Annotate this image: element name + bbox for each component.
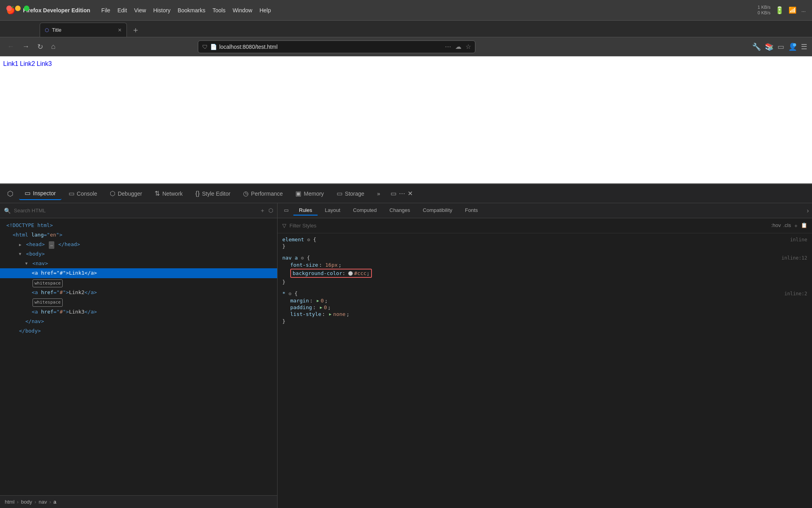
browser-tab-active[interactable]: ⬡ Title ✕ [40, 23, 127, 37]
css-prop-padding: padding : ▶ 0 ; [282, 304, 807, 311]
styles-tab-computed[interactable]: Computed [347, 206, 382, 216]
page-link-1[interactable]: Link1 [3, 60, 18, 67]
link1-line[interactable]: <a href="#">Link1</a> [0, 268, 277, 278]
css-selector-star-line: * ⚙ { inline:2 [282, 291, 807, 296]
devtools-panel: ⬡ ▭ Inspector ▭ Console ⬡ Debugger ⇅ Net… [0, 183, 812, 508]
css-close-brace-2: } [282, 279, 807, 285]
add-node-icon[interactable]: ＋ [260, 207, 265, 214]
bookmark-icon[interactable]: ☆ [465, 43, 471, 50]
breadcrumb-html[interactable]: html [5, 499, 15, 505]
devtools-tab-style-editor[interactable]: {} Style Editor [190, 188, 236, 200]
menu-history[interactable]: History [153, 7, 170, 13]
add-rule-button[interactable]: ＋ [793, 222, 799, 229]
menu-file[interactable]: File [102, 7, 111, 13]
back-button[interactable]: ← [5, 41, 17, 52]
menu-tools[interactable]: Tools [213, 7, 226, 13]
window-maximize-button[interactable] [24, 6, 29, 11]
menu-view[interactable]: View [134, 7, 146, 13]
menu-bookmarks[interactable]: Bookmarks [178, 7, 205, 13]
cls-button[interactable]: .cls [783, 222, 791, 229]
link2-line[interactable]: <a href="#">Link2</a> [0, 288, 277, 297]
hamburger-icon[interactable]: ☰ [801, 42, 807, 51]
page-link-2[interactable]: Link2 [20, 60, 35, 67]
whitespace-badge-1[interactable]: whitespace [0, 278, 277, 288]
page-icon: 📄 [210, 44, 217, 50]
performance-tab-label: Performance [251, 190, 283, 197]
filter-styles-input[interactable] [289, 223, 768, 229]
devtools-tab-more[interactable]: » [372, 188, 386, 199]
address-bar[interactable]: 🛡 📄 localhost:8080/test.html ⋯ ☁ ☆ [198, 40, 475, 53]
styles-tab-compatibility[interactable]: Compatibility [417, 206, 458, 216]
inspector-tab-icon: ▭ [25, 189, 31, 197]
css-prop-margin: margin : ▶ 0 ; [282, 297, 807, 304]
css-prop-list-style: list-style : ▶ none ; [282, 311, 807, 318]
whitespace-badge-2[interactable]: whitespace [0, 297, 277, 307]
devtools-tab-storage[interactable]: ▭ Storage [331, 187, 370, 200]
tab-close-button[interactable]: ✕ [118, 27, 122, 33]
performance-tab-icon: ◷ [243, 190, 249, 197]
css-prop-font-size: font-size : 16px ; [282, 262, 807, 268]
reload-button[interactable]: ↻ [35, 41, 46, 53]
page-link-3[interactable]: Link3 [37, 60, 52, 67]
home-button[interactable]: ⌂ [49, 41, 58, 52]
breadcrumb-a[interactable]: a [54, 499, 56, 505]
forward-button[interactable]: → [20, 41, 32, 52]
doctype-line[interactable]: <!DOCTYPE html> [0, 221, 277, 230]
devtools-tab-console[interactable]: ▭ Console [63, 187, 103, 200]
breadcrumb-body[interactable]: body [21, 499, 32, 505]
devtools-options-icon[interactable]: ⋯ [399, 190, 405, 197]
split-panel-icon[interactable]: ▭ [391, 190, 396, 197]
styles-tab-layout[interactable]: Layout [319, 206, 346, 216]
styles-tab-rules[interactable]: Rules [293, 206, 318, 216]
menu-window[interactable]: Window [233, 7, 253, 13]
browser-toolbar: ← → ↻ ⌂ 🛡 📄 localhost:8080/test.html ⋯ ☁… [0, 37, 812, 56]
nav-close-line[interactable]: </nav> [0, 317, 277, 326]
breadcrumb-nav[interactable]: nav [38, 499, 47, 505]
color-swatch-ccc[interactable] [348, 271, 353, 276]
url-menu-icon[interactable]: ⋯ [445, 43, 451, 50]
layout-icon[interactable]: ▭ [778, 42, 784, 51]
head-tag-line[interactable]: ▶ <head> … </head> [0, 240, 277, 249]
devtools-pick-element[interactable]: ⬡ [3, 188, 17, 200]
devtools-tab-memory[interactable]: ▣ Memory [290, 187, 329, 200]
css-rule-star: * ⚙ { inline:2 margin : ▶ 0 ; padding [282, 291, 807, 324]
window-minimize-button[interactable] [15, 6, 21, 11]
devtools-icon[interactable]: 🔧 [752, 42, 761, 51]
devtools-tab-inspector[interactable]: ▭ Inspector [19, 187, 61, 200]
link3-line[interactable]: <a href="#">Link3</a> [0, 307, 277, 317]
styles-tab-sidebar-icon[interactable]: ▭ [281, 206, 292, 216]
library-icon[interactable]: 📚 [765, 42, 774, 51]
styles-tab-changes[interactable]: Changes [384, 206, 416, 216]
html-tag-line[interactable]: <html lang="en"> [0, 230, 277, 240]
devtools-panel-controls: ▭ ⋯ ✕ [391, 190, 413, 197]
new-tab-button[interactable]: ＋ [130, 23, 141, 37]
pocket-icon[interactable]: ☁ [455, 43, 462, 50]
body-close-line[interactable]: </body> [0, 326, 277, 336]
filter-icon: ▽ [282, 223, 286, 229]
copy-rule-button[interactable]: 📋 [801, 222, 807, 229]
devtools-close-icon[interactable]: ✕ [408, 190, 413, 197]
styles-tab-fonts[interactable]: Fonts [460, 206, 484, 216]
macos-titlebar: 🍎 Firefox Developer Edition File Edit Vi… [0, 0, 812, 21]
devtools-toolbar: ⬡ ▭ Inspector ▭ Console ⬡ Debugger ⇅ Net… [0, 184, 812, 203]
devtools-tab-performance[interactable]: ◷ Performance [237, 187, 288, 200]
nav-open-line[interactable]: ▶ <nav> [0, 259, 277, 268]
search-html-input[interactable] [14, 208, 257, 214]
storage-tab-label: Storage [345, 190, 364, 197]
devtools-tab-network[interactable]: ⇅ Network [149, 187, 188, 200]
url-display: localhost:8080/test.html [219, 44, 278, 50]
menu-help[interactable]: Help [259, 7, 271, 13]
menu-edit[interactable]: Edit [117, 7, 127, 13]
pick-node-icon[interactable]: ⬡ [268, 207, 273, 214]
more-tabs-icon: » [377, 190, 380, 197]
hov-button[interactable]: :hov [771, 222, 781, 229]
devtools-tab-debugger[interactable]: ⬡ Debugger [104, 187, 148, 200]
styles-tab-more[interactable]: › [807, 207, 809, 214]
storage-tab-icon: ▭ [337, 190, 343, 197]
devtools-main: 🔍 ＋ ⬡ <!DOCTYPE html> <html lang="en"> ▶… [0, 203, 812, 508]
window-close-button[interactable] [6, 6, 12, 11]
body-open-line[interactable]: ▶ <body> [0, 249, 277, 259]
tab-favicon: ⬡ [45, 27, 49, 33]
console-tab-label: Console [77, 190, 97, 197]
sync-icon-wrapper: 👤 [788, 42, 797, 51]
